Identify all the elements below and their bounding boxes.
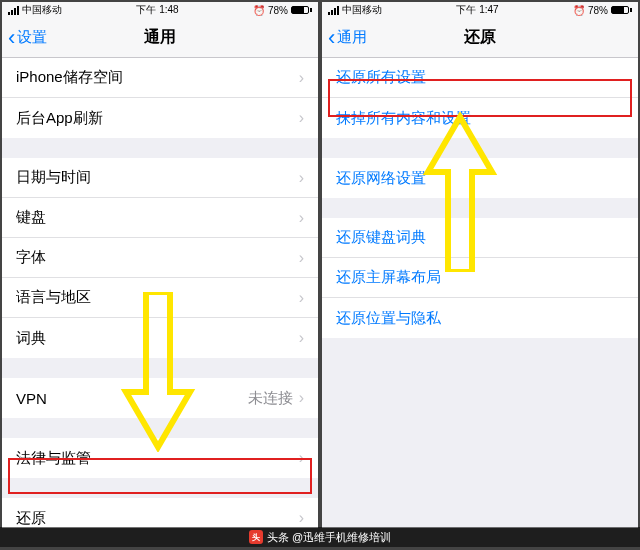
chevron-right-icon: › [299,509,304,527]
signal-icon [8,6,19,15]
status-time: 下午 1:47 [456,3,498,17]
row-erase-all[interactable]: 抹掉所有内容和设置 [322,98,638,138]
footer-credit: 头 头条 @迅维手机维修培训 [0,527,640,547]
vpn-status: 未连接 [248,389,293,408]
row-fonts[interactable]: 字体› [2,238,318,278]
row-background-refresh[interactable]: 后台App刷新› [2,98,318,138]
signal-icon [328,6,339,15]
page-title: 通用 [144,27,176,48]
chevron-left-icon: ‹ [8,27,15,49]
chevron-right-icon: › [299,209,304,227]
chevron-right-icon: › [299,449,304,467]
chevron-right-icon: › [299,289,304,307]
battery-icon [291,6,312,14]
back-button[interactable]: ‹ 通用 [328,27,367,49]
status-time: 下午 1:48 [136,3,178,17]
phone-left: 中国移动 下午 1:48 ⏰ 78% ‹ 设置 通用 iPhone储存空间› 后… [2,2,318,528]
chevron-left-icon: ‹ [328,27,335,49]
battery-icon [611,6,632,14]
phone-right: 中国移动 下午 1:47 ⏰ 78% ‹ 通用 还原 还原所有设置 抹掉所有内容… [322,2,638,528]
row-language-region[interactable]: 语言与地区› [2,278,318,318]
chevron-right-icon: › [299,169,304,187]
alarm-icon: ⏰ [573,5,585,16]
row-vpn[interactable]: VPN未连接› [2,378,318,418]
back-label: 设置 [17,28,47,47]
status-bar: 中国移动 下午 1:48 ⏰ 78% [2,2,318,18]
navbar: ‹ 设置 通用 [2,18,318,58]
row-reset-all-settings[interactable]: 还原所有设置 [322,58,638,98]
page-title: 还原 [464,27,496,48]
alarm-icon: ⏰ [253,5,265,16]
carrier-label: 中国移动 [22,3,62,17]
chevron-right-icon: › [299,249,304,267]
navbar: ‹ 通用 还原 [322,18,638,58]
row-reset-keyboard-dict[interactable]: 还原键盘词典 [322,218,638,258]
row-reset[interactable]: 还原› [2,498,318,528]
row-reset-network[interactable]: 还原网络设置 [322,158,638,198]
credit-text: 头条 @迅维手机维修培训 [267,530,391,545]
row-iphone-storage[interactable]: iPhone储存空间› [2,58,318,98]
chevron-right-icon: › [299,109,304,127]
chevron-right-icon: › [299,389,304,407]
toutiao-icon: 头 [249,530,263,544]
row-reset-location-privacy[interactable]: 还原位置与隐私 [322,298,638,338]
back-button[interactable]: ‹ 设置 [8,27,47,49]
chevron-right-icon: › [299,69,304,87]
row-date-time[interactable]: 日期与时间› [2,158,318,198]
carrier-label: 中国移动 [342,3,382,17]
battery-pct: 78% [268,5,288,16]
battery-pct: 78% [588,5,608,16]
row-dictionary[interactable]: 词典› [2,318,318,358]
back-label: 通用 [337,28,367,47]
status-bar: 中国移动 下午 1:47 ⏰ 78% [322,2,638,18]
row-keyboard[interactable]: 键盘› [2,198,318,238]
row-reset-home-layout[interactable]: 还原主屏幕布局 [322,258,638,298]
row-legal[interactable]: 法律与监管› [2,438,318,478]
chevron-right-icon: › [299,329,304,347]
